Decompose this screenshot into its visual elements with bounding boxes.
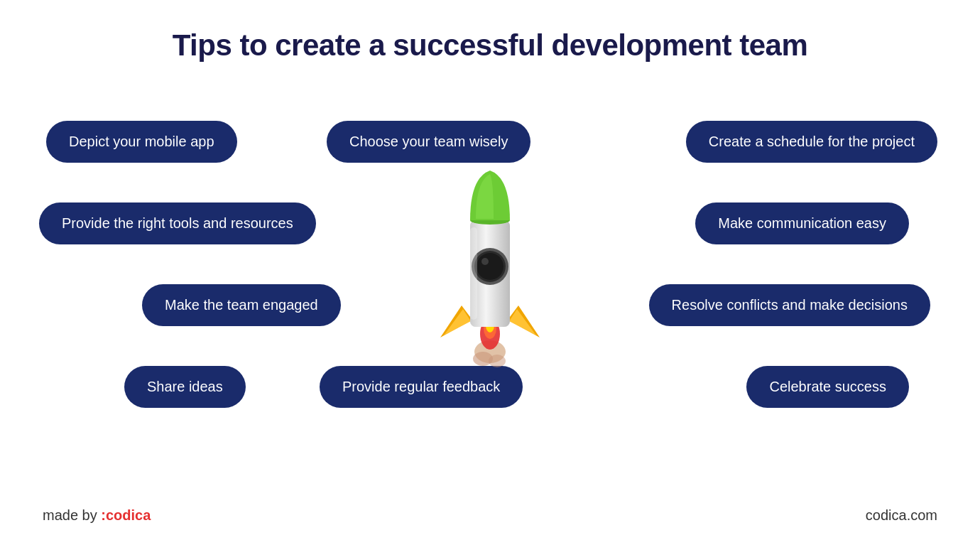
chip-engaged: Make the team engaged	[142, 284, 341, 326]
chip-share: Share ideas	[124, 366, 246, 408]
chips-area: Depict your mobile app Choose your team …	[0, 99, 980, 483]
chip-conflicts: Resolve conflicts and make decisions	[649, 284, 930, 326]
footer-website: codica.com	[866, 507, 937, 524]
page-container: Tips to create a successful development …	[0, 0, 980, 540]
chip-depict: Depict your mobile app	[46, 121, 237, 163]
svg-point-16	[481, 258, 489, 265]
chip-communication: Make communication easy	[695, 202, 909, 244]
footer: made by :codica codica.com	[0, 490, 980, 540]
page-title: Tips to create a successful development …	[0, 0, 980, 63]
chip-tools: Provide the right tools and resources	[39, 202, 316, 244]
chip-celebrate: Celebrate success	[746, 366, 909, 408]
rocket-illustration	[412, 135, 568, 377]
svg-rect-17	[470, 227, 477, 320]
footer-brand: made by :codica	[43, 507, 151, 524]
chip-schedule: Create a schedule for the project	[686, 121, 937, 163]
svg-point-2	[489, 355, 506, 367]
svg-point-15	[477, 253, 503, 280]
codica-brand-label: :codica	[101, 507, 151, 523]
